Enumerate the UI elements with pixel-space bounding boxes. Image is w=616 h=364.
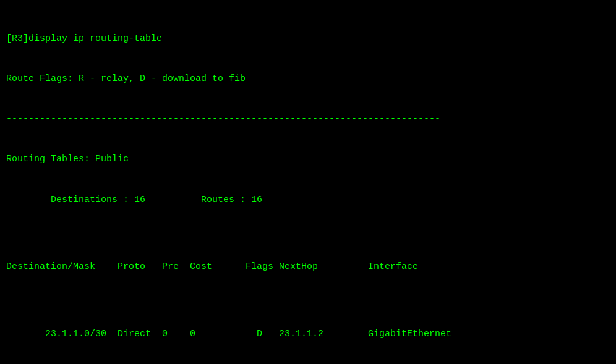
line-3: ----------------------------------------…: [6, 112, 610, 126]
line-7: Destination/Mask Proto Pre Cost Flags Ne…: [6, 260, 610, 274]
line-9: 23.1.1.0/30 Direct 0 0 D 23.1.1.2 Gigabi…: [6, 328, 610, 341]
line-5: Destinations : 16 Routes : 16: [6, 193, 610, 207]
line-2: Route Flags: R - relay, D - download to …: [6, 72, 610, 86]
line-1: [R3]display ip routing-table: [6, 32, 610, 46]
line-4: Routing Tables: Public: [6, 153, 610, 166]
terminal-output: [R3]display ip routing-table Route Flags…: [6, 5, 610, 364]
